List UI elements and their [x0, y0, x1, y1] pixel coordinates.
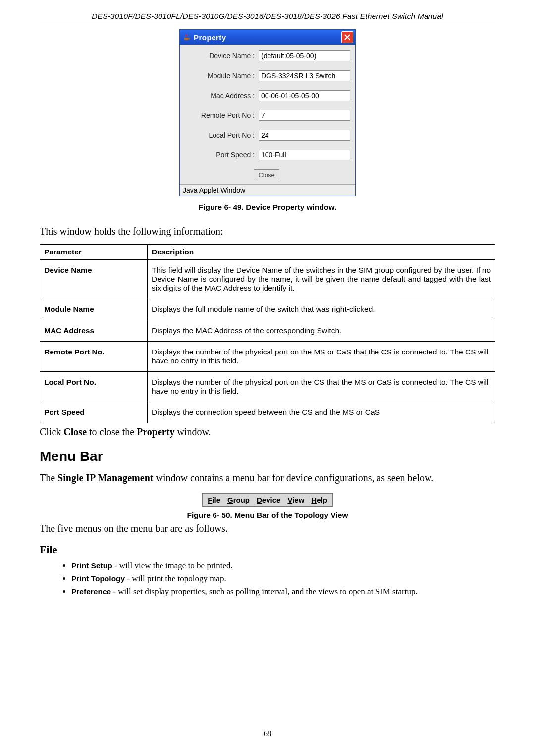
close-icon — [344, 34, 350, 40]
close-button[interactable]: Close — [254, 169, 279, 180]
property-row: Local Port No : — [183, 130, 350, 141]
field-label: Device Name : — [183, 52, 259, 60]
table-row: Remote Port No. Displays the number of t… — [40, 342, 495, 372]
figure-50-caption: Figure 6- 50. Menu Bar of the Topology V… — [40, 511, 495, 520]
property-row: Module Name : — [183, 70, 350, 81]
device-name-field[interactable] — [259, 50, 350, 61]
desc-cell: This field will display the Device Name … — [148, 260, 495, 299]
figure-49-caption: Figure 6- 49. Device Property window. — [40, 203, 495, 212]
desc-cell: Displays the full module name of the swi… — [148, 299, 495, 320]
list-item: Preference - will set display properties… — [71, 587, 495, 597]
window-title: Property — [194, 33, 341, 42]
remote-port-field[interactable] — [259, 110, 350, 121]
manual-header: DES-3010F/DES-3010FL/DES-3010G/DES-3016/… — [40, 12, 495, 21]
header-rule — [40, 22, 495, 22]
param-cell: Module Name — [40, 299, 148, 320]
field-label: Local Port No : — [183, 131, 259, 139]
table-row: Local Port No. Displays the number of th… — [40, 372, 495, 402]
property-row: Device Name : — [183, 50, 350, 61]
table-row: Module Name Displays the full module nam… — [40, 299, 495, 320]
param-cell: MAC Address — [40, 320, 148, 342]
table-row: MAC Address Displays the MAC Address of … — [40, 320, 495, 342]
param-cell: Local Port No. — [40, 372, 148, 402]
table-row: Port Speed Displays the connection speed… — [40, 402, 495, 423]
menu-help[interactable]: Help — [311, 496, 327, 504]
field-label: Port Speed : — [183, 151, 259, 159]
field-label: Module Name : — [183, 72, 259, 80]
list-item: Print Setup - will view the image to be … — [71, 561, 495, 571]
param-cell: Remote Port No. — [40, 342, 148, 372]
menu-bar-heading: Menu Bar — [40, 449, 495, 464]
menu-file[interactable]: File — [208, 496, 220, 504]
parameters-table: Parameter Description Device Name This f… — [40, 244, 495, 423]
property-window: Property Device Name : Module Name : — [179, 29, 356, 196]
menu-view[interactable]: View — [287, 496, 304, 504]
file-subheading: File — [40, 543, 495, 556]
mac-address-field[interactable] — [259, 90, 350, 101]
five-menus-line: The five menus on the menu bar are as fo… — [40, 523, 495, 534]
file-menu-list: Print Setup - will view the image to be … — [71, 561, 495, 597]
module-name-field[interactable] — [259, 70, 350, 81]
desc-cell: Displays the connection speed between th… — [148, 402, 495, 423]
field-label: Remote Port No : — [183, 111, 259, 119]
param-cell: Port Speed — [40, 402, 148, 423]
table-header-description: Description — [148, 245, 495, 260]
port-speed-field[interactable] — [259, 150, 350, 160]
menu-bar: File Group Device View Help — [202, 493, 333, 507]
desc-cell: Displays the MAC Address of the correspo… — [148, 320, 495, 342]
param-cell: Device Name — [40, 260, 148, 299]
menu-group[interactable]: Group — [227, 496, 250, 504]
property-row: Remote Port No : — [183, 110, 350, 121]
property-body: Device Name : Module Name : Mac Address … — [180, 45, 355, 184]
table-header-parameter: Parameter — [40, 245, 148, 260]
local-port-field[interactable] — [259, 130, 350, 141]
page-number: 68 — [0, 729, 535, 738]
close-instruction: Click Close to close the Property window… — [40, 426, 495, 438]
field-label: Mac Address : — [183, 92, 259, 100]
intro-text: This window holds the following informat… — [40, 226, 495, 237]
list-item: Print Topology - will print the topology… — [71, 574, 495, 584]
menubar-intro: The Single IP Management window contains… — [40, 472, 495, 484]
window-close-button[interactable] — [341, 31, 353, 43]
desc-cell: Displays the number of the physical port… — [148, 372, 495, 402]
property-row: Mac Address : — [183, 90, 350, 101]
titlebar: Property — [180, 30, 355, 45]
status-strip: Java Applet Window — [180, 184, 355, 196]
menu-device[interactable]: Device — [257, 496, 280, 504]
table-row: Device Name This field will display the … — [40, 260, 495, 299]
property-row: Port Speed : — [183, 150, 350, 160]
desc-cell: Displays the number of the physical port… — [148, 342, 495, 372]
java-cup-icon — [183, 33, 191, 41]
